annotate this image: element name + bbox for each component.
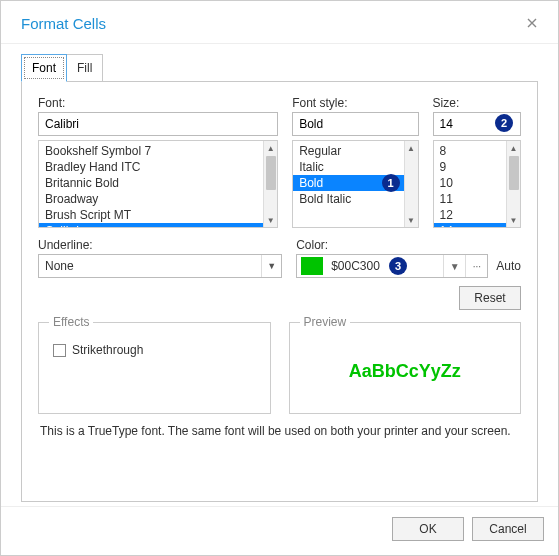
font-item[interactable]: Brush Script MT xyxy=(39,207,263,223)
color-value: $00C300 xyxy=(327,259,443,273)
tab-font[interactable]: Font xyxy=(21,54,67,82)
size-scrollbar[interactable]: ▲ ▼ xyxy=(506,141,520,227)
checkbox-box xyxy=(53,344,66,357)
reset-row: Reset xyxy=(38,286,521,310)
underline-col: Underline: None ▼ xyxy=(38,238,282,278)
size-item[interactable]: 9 xyxy=(434,159,506,175)
size-item[interactable]: 10 xyxy=(434,175,506,191)
font-panel: Font: Bookshelf Symbol 7 Bradley Hand IT… xyxy=(21,81,538,502)
style-item-label: Bold xyxy=(299,176,323,190)
font-item[interactable]: Bookshelf Symbol 7 xyxy=(39,143,263,159)
fontstyle-input[interactable] xyxy=(292,112,418,136)
scroll-down-icon[interactable]: ▼ xyxy=(264,213,277,227)
color-col: Color: $00C300 3 ▼ ··· Auto xyxy=(296,238,521,278)
titlebar: Format Cells xyxy=(1,1,558,44)
tab-strip: Font Fill xyxy=(21,54,538,82)
scroll-thumb[interactable] xyxy=(509,156,519,190)
font-list[interactable]: Bookshelf Symbol 7 Bradley Hand ITC Brit… xyxy=(38,140,278,228)
fontstyle-list-items: Regular Italic Bold1 Bold Italic xyxy=(293,141,403,227)
top-row: Font: Bookshelf Symbol 7 Bradley Hand IT… xyxy=(38,96,521,228)
annotation-1: 1 xyxy=(382,174,400,192)
color-more-button[interactable]: ··· xyxy=(465,255,487,277)
effects-group: Effects Strikethrough xyxy=(38,322,271,414)
font-item[interactable]: Bradley Hand ITC xyxy=(39,159,263,175)
fontstyle-list[interactable]: Regular Italic Bold1 Bold Italic ▲ ▼ xyxy=(292,140,418,228)
reset-button[interactable]: Reset xyxy=(459,286,521,310)
font-item[interactable]: Britannic Bold xyxy=(39,175,263,191)
font-label: Font: xyxy=(38,96,278,110)
chevron-down-icon: ▼ xyxy=(261,255,281,277)
underline-dropdown[interactable]: None ▼ xyxy=(38,254,282,278)
strikethrough-checkbox[interactable]: Strikethrough xyxy=(53,343,256,357)
fontstyle-col: Font style: Regular Italic Bold1 Bold It… xyxy=(292,96,418,228)
footnote: This is a TrueType font. The same font w… xyxy=(38,414,521,442)
style-item[interactable]: Bold Italic xyxy=(293,191,403,207)
font-input[interactable] xyxy=(38,112,278,136)
preview-text: AaBbCcYyZz xyxy=(304,343,507,399)
size-input[interactable] xyxy=(433,112,521,136)
scroll-up-icon[interactable]: ▲ xyxy=(264,141,277,155)
dialog-title: Format Cells xyxy=(21,15,106,32)
size-item[interactable]: 12 xyxy=(434,207,506,223)
underline-value: None xyxy=(39,259,261,273)
underline-label: Underline: xyxy=(38,238,282,252)
color-label: Color: xyxy=(296,238,521,252)
style-item-selected[interactable]: Bold1 xyxy=(293,175,403,191)
strikethrough-label: Strikethrough xyxy=(72,343,143,357)
style-item[interactable]: Regular xyxy=(293,143,403,159)
close-icon xyxy=(527,18,537,28)
size-list[interactable]: 8 9 10 11 12 14 ▲ ▼ xyxy=(433,140,521,228)
tab-fill[interactable]: Fill xyxy=(66,54,103,82)
mid-row: Underline: None ▼ Color: $00C300 3 ▼ xyxy=(38,238,521,278)
size-list-items: 8 9 10 11 12 14 xyxy=(434,141,506,227)
color-swatch xyxy=(301,257,323,275)
preview-title: Preview xyxy=(300,315,351,329)
dialog-content: Font Fill Font: Bookshelf Symbol 7 Bradl… xyxy=(1,44,558,506)
close-button[interactable] xyxy=(520,11,544,35)
font-list-items: Bookshelf Symbol 7 Bradley Hand ITC Brit… xyxy=(39,141,263,227)
fontstyle-label: Font style: xyxy=(292,96,418,110)
chevron-down-icon[interactable]: ▼ xyxy=(443,255,465,277)
font-item[interactable]: Broadway xyxy=(39,191,263,207)
scroll-up-icon[interactable]: ▲ xyxy=(405,141,418,155)
preview-group: Preview AaBbCcYyZz xyxy=(289,322,522,414)
font-col: Font: Bookshelf Symbol 7 Bradley Hand IT… xyxy=(38,96,278,228)
size-item-selected[interactable]: 14 xyxy=(434,223,506,227)
font-item-selected[interactable]: Calibri xyxy=(39,223,263,227)
size-col: Size: 2 8 9 10 11 12 14 xyxy=(433,96,521,228)
ok-button[interactable]: OK xyxy=(392,517,464,541)
font-scrollbar[interactable]: ▲ ▼ xyxy=(263,141,277,227)
cancel-button[interactable]: Cancel xyxy=(472,517,544,541)
scroll-thumb[interactable] xyxy=(266,156,276,190)
color-auto-button[interactable]: Auto xyxy=(496,259,521,273)
dialog-footer: OK Cancel xyxy=(1,506,558,555)
scroll-down-icon[interactable]: ▼ xyxy=(405,213,418,227)
groupbox-row: Effects Strikethrough Preview AaBbCcYyZz xyxy=(38,322,521,414)
effects-title: Effects xyxy=(49,315,93,329)
color-picker[interactable]: $00C300 3 ▼ ··· xyxy=(296,254,488,278)
size-item[interactable]: 8 xyxy=(434,143,506,159)
size-item[interactable]: 11 xyxy=(434,191,506,207)
style-item[interactable]: Italic xyxy=(293,159,403,175)
size-label: Size: xyxy=(433,96,521,110)
format-cells-dialog: Format Cells Font Fill Font: Bookshelf S… xyxy=(0,0,559,556)
scroll-down-icon[interactable]: ▼ xyxy=(507,213,520,227)
style-scrollbar[interactable]: ▲ ▼ xyxy=(404,141,418,227)
scroll-up-icon[interactable]: ▲ xyxy=(507,141,520,155)
